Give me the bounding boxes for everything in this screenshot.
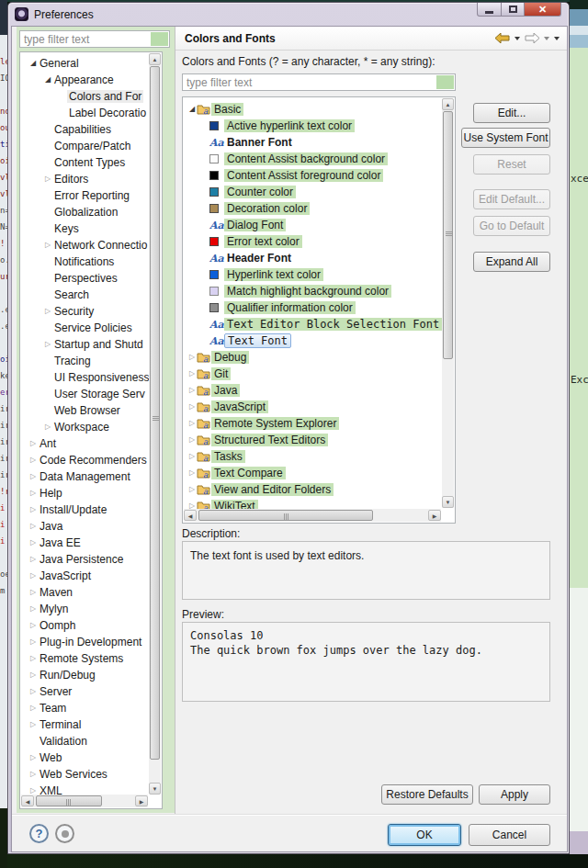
sidebar-item-install-update[interactable]: ▷Install/Update [21,502,149,518]
sidebar-item-ui-responsiveness[interactable]: UI Responsiveness [21,369,149,386]
colors-item-tasks[interactable]: ▷aTasks [184,448,442,465]
tree-twistie-icon[interactable]: ▷ [28,505,38,514]
tree-twistie-icon[interactable]: ▷ [28,472,38,481]
colors-item-text-editor-block-selection-font[interactable]: AaText Editor Block Selection Font [184,316,442,333]
help-button[interactable]: ? [29,824,49,843]
scroll-thumb[interactable] [443,111,453,359]
scroll-up-icon[interactable]: ▲ [149,53,161,65]
colors-item-structured-text-editors[interactable]: ▷aStructured Text Editors [184,432,442,448]
sidebar-item-security[interactable]: ▷Security [21,303,149,320]
colors-item-hyperlink-text-color[interactable]: Hyperlink text color [184,266,442,283]
colors-item-wikitext[interactable]: ▷aWikiText [184,498,442,509]
scroll-left-icon[interactable]: ◀ [21,795,34,806]
left-filter-input[interactable] [20,31,169,47]
sidebar-item-colors-and-for[interactable]: Colors and For [21,88,149,105]
tree-twistie-icon[interactable]: ▷ [28,637,38,647]
sidebar-item-general[interactable]: ◢General [21,55,149,72]
ok-button[interactable]: OK [388,824,461,846]
panel-divider[interactable] [175,27,175,814]
tree-twistie-icon[interactable]: ▷ [28,770,38,779]
colors-tree-vscrollbar[interactable]: ▲ ▼ [442,98,454,508]
scroll-down-icon[interactable]: ▼ [442,496,454,508]
sidebar-item-error-reporting[interactable]: Error Reporting [21,187,149,204]
scroll-thumb[interactable] [36,795,102,806]
colors-filter-input[interactable] [183,74,455,90]
sidebar-item-service-policies[interactable]: Service Policies [21,320,149,336]
tree-twistie-icon[interactable]: ▷ [187,402,197,411]
scroll-thumb[interactable] [198,510,373,521]
tree-twistie-icon[interactable]: ◢ [187,105,197,114]
tree-twistie-icon[interactable]: ▷ [28,720,38,729]
sidebar-item-xml[interactable]: ▷XML [21,783,149,795]
colors-item-counter-color[interactable]: Counter color [184,184,442,200]
tree-twistie-icon[interactable]: ▷ [28,687,38,696]
back-icon[interactable] [495,33,510,43]
tree-twistie-icon[interactable]: ▷ [187,353,197,362]
colors-item-remote-system-explorer[interactable]: ▷aRemote System Explorer [184,415,442,432]
minimize-button[interactable] [477,3,502,17]
sidebar-item-data-management[interactable]: ▷Data Management [21,468,149,485]
scroll-right-icon[interactable]: ▶ [428,510,441,521]
sidebar-item-search[interactable]: Search [21,287,149,303]
apply-button[interactable]: Apply [479,784,550,805]
restore-defaults-button[interactable]: Restore Defaults [381,784,473,805]
sidebar-item-compare-patch[interactable]: Compare/Patch [21,138,149,154]
reset-button[interactable]: Reset [473,154,550,175]
scroll-right-icon[interactable]: ▶ [135,795,148,806]
scroll-left-icon[interactable]: ◀ [184,510,197,521]
view-menu-icon[interactable] [554,37,560,40]
sidebar-item-plug-in-development[interactable]: ▷Plug-in Development [21,634,149,650]
titlebar[interactable]: Preferences ✕ [8,3,569,26]
back-history-icon[interactable] [514,37,520,40]
colors-item-view-and-editor-folders[interactable]: ▷aView and Editor Folders [184,481,442,498]
tree-twistie-icon[interactable]: ▷ [28,555,38,564]
forward-history-icon[interactable] [544,37,549,40]
sidebar-item-java-ee[interactable]: ▷Java EE [21,535,149,551]
colors-item-content-assist-foreground-color[interactable]: Content Assist foreground color [184,167,442,184]
preferences-tree-vscrollbar[interactable]: ▲ ▼ [149,53,161,795]
colors-item-text-font[interactable]: AaText Font [184,333,442,349]
colors-item-javascript[interactable]: ▷aJavaScript [184,399,442,415]
colors-item-qualifier-information-color[interactable]: Qualifier information color [184,299,442,316]
sidebar-item-oomph[interactable]: ▷Oomph [21,617,149,634]
colors-item-text-compare[interactable]: ▷aText Compare [184,465,442,481]
edit-button[interactable]: Edit... [473,103,550,123]
tree-twistie-icon[interactable]: ▷ [43,241,52,250]
colors-item-content-assist-background-color[interactable]: Content Assist background color [184,151,442,167]
colors-item-error-text-color[interactable]: Error text color [184,233,442,250]
scroll-thumb[interactable] [150,66,160,760]
sidebar-item-remote-systems[interactable]: ▷Remote Systems [21,650,149,667]
tree-twistie-icon[interactable]: ▷ [28,671,38,680]
sidebar-item-web-browser[interactable]: Web Browser [21,402,149,419]
tree-twistie-icon[interactable]: ▷ [28,571,38,581]
sidebar-item-help[interactable]: ▷Help [21,485,149,502]
forward-icon[interactable] [525,33,539,43]
tree-twistie-icon[interactable]: ▷ [43,175,52,184]
sidebar-item-editors[interactable]: ▷Editors [21,171,149,187]
sidebar-item-mylyn[interactable]: ▷Mylyn [21,601,149,617]
sidebar-item-run-debug[interactable]: ▷Run/Debug [21,667,149,683]
tree-twistie-icon[interactable]: ▷ [28,704,38,713]
tree-twistie-icon[interactable]: ▷ [187,502,197,509]
sidebar-item-label-decoratio[interactable]: Label Decoratio [21,105,149,121]
recorder-button[interactable] [55,824,74,843]
cancel-button[interactable]: Cancel [469,824,550,846]
colors-item-basic[interactable]: ◢aBasic [184,101,442,118]
close-button[interactable]: ✕ [525,3,561,17]
tree-twistie-icon[interactable]: ▷ [187,386,197,395]
sidebar-item-startup-and-shutd[interactable]: ▷Startup and Shutd [21,336,149,353]
sidebar-item-keys[interactable]: Keys [21,220,149,237]
expand-all-button[interactable]: Expand All [473,252,550,272]
sidebar-item-web[interactable]: ▷Web [21,750,149,766]
tree-twistie-icon[interactable]: ◢ [28,59,38,68]
tree-twistie-icon[interactable]: ▷ [43,340,52,349]
sidebar-item-server[interactable]: ▷Server [21,683,149,700]
edit-default-button[interactable]: Edit Default... [473,189,550,209]
sidebar-item-appearance[interactable]: ◢Appearance [21,72,149,88]
preferences-tree-hscrollbar[interactable]: ◀ ▶ [21,795,148,807]
colors-item-dialog-font[interactable]: AaDialog Font [184,217,442,233]
tree-twistie-icon[interactable]: ▷ [28,654,38,663]
maximize-button[interactable] [502,3,525,17]
sidebar-item-content-types[interactable]: Content Types [21,154,149,171]
colors-item-banner-font[interactable]: AaBanner Font [184,134,442,151]
